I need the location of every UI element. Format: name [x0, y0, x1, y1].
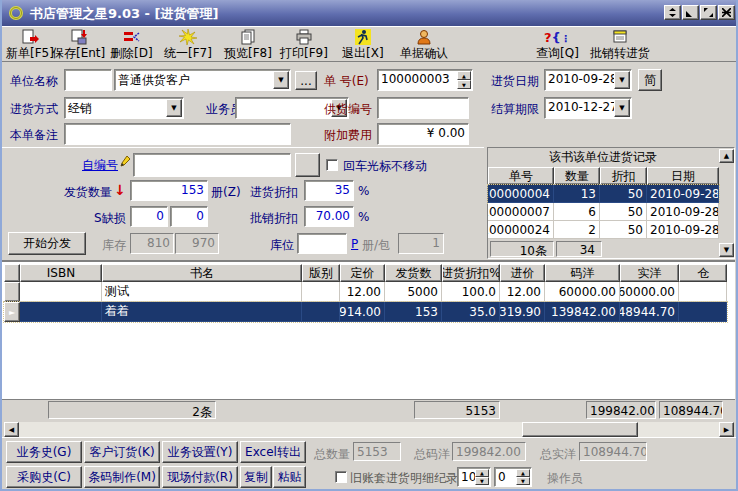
toolbar-delete-button[interactable]: 删除[D]: [110, 28, 153, 62]
records-row[interactable]: 100000007 6 50 2010-09-28: [488, 203, 719, 221]
grid-row[interactable]: 测试 12.00 5000 100.0 12.00 60000.00 60000…: [4, 282, 727, 302]
customer-order-button[interactable]: 客户订货(K): [84, 441, 160, 463]
horizontal-scrollbar[interactable]: ◀ ▶: [4, 422, 734, 437]
toolbar-label: 查询[Q]: [536, 45, 579, 62]
query-icon: ?{⋮: [544, 28, 571, 45]
grid-col-header[interactable]: 书名: [102, 264, 302, 282]
defect-input-1[interactable]: 0: [130, 206, 168, 227]
toolbar-print-button[interactable]: 打印[F9]: [280, 28, 328, 62]
old-account-spinner-2[interactable]: 0 ▲▼: [494, 467, 532, 487]
chevron-down-icon[interactable]: ▼: [614, 71, 630, 89]
operator-label: 操作员: [547, 470, 583, 487]
records-cell-discount: 50: [600, 221, 647, 239]
chevron-down-icon[interactable]: ▼: [614, 99, 630, 117]
grid-col-header[interactable]: 版别: [302, 264, 340, 282]
exit-running-man-icon: [355, 28, 371, 45]
toolbar-exit-button[interactable]: 退出[X]: [342, 28, 384, 62]
records-col-header[interactable]: 折扣: [600, 167, 647, 185]
grid-col-header[interactable]: 发货数: [385, 264, 442, 282]
records-cell-date: 2010-09-28: [647, 221, 719, 239]
records-cell-order: 100000007: [488, 203, 554, 221]
grid-row-selected[interactable]: ► 着着 914.00 153 35.0 319.90 139842.00 48…: [4, 302, 727, 322]
chevron-down-icon[interactable]: ▼: [273, 71, 289, 89]
onsite-payment-button[interactable]: 现场付款(R): [162, 466, 238, 488]
toolbar-transfer-button[interactable]: 批销转进货: [590, 28, 650, 62]
records-col-header[interactable]: 单号: [488, 167, 554, 185]
scroll-down-icon[interactable]: ▼: [719, 243, 734, 257]
supply-no-input[interactable]: [377, 97, 469, 119]
records-col-header[interactable]: 数量: [554, 167, 600, 185]
restore-window-button[interactable]: [700, 5, 717, 20]
self-code-input[interactable]: [133, 153, 291, 177]
business-settings-button[interactable]: 业务设置(Y): [162, 441, 238, 463]
grid-col-header[interactable]: 码洋: [545, 264, 620, 282]
close-window-button[interactable]: [718, 5, 735, 20]
toolbar-new-button[interactable]: 新单[F5]: [6, 28, 54, 62]
starburst-icon: [179, 28, 197, 45]
unit-name-combo-value: 普通供货客户: [118, 73, 190, 87]
scroll-left-icon[interactable]: ◀: [4, 422, 19, 437]
scrollbar-thumb[interactable]: [522, 422, 638, 437]
old-account-checkbox[interactable]: [335, 471, 347, 483]
old-account-spinner-1[interactable]: 10 ▲▼: [457, 467, 491, 487]
grid-col-header[interactable]: 实洋: [620, 264, 679, 282]
enter-no-move-checkbox[interactable]: [326, 159, 338, 171]
settle-deadline-combo[interactable]: 2010-12-27 ▼: [544, 97, 632, 119]
row-selector-cell: [4, 282, 20, 302]
toolbar-unify-button[interactable]: 统一[F7]: [164, 28, 212, 62]
extra-fee-input[interactable]: ¥ 0.00: [377, 123, 469, 145]
excel-export-button[interactable]: Excel转出: [240, 441, 306, 463]
rollup-window-button[interactable]: [664, 5, 681, 20]
self-code-link[interactable]: 自编号: [82, 157, 118, 174]
toolbar-save-button[interactable]: 保存[Ent]: [52, 28, 105, 62]
brief-button[interactable]: 简: [638, 69, 662, 91]
records-col-header[interactable]: 日期: [647, 167, 719, 185]
purchase-history-button[interactable]: 采购史(C): [6, 466, 82, 488]
browse-button[interactable]: ...: [295, 71, 317, 90]
paste-button[interactable]: 粘贴: [273, 466, 306, 488]
unit-name-combo[interactable]: 普通供货客户 ▼: [114, 69, 291, 91]
defect-input-2[interactable]: 0: [170, 206, 208, 227]
grid-col-header[interactable]: 进货折扣%: [442, 264, 500, 282]
barcode-make-button[interactable]: 条码制作(M): [84, 466, 160, 488]
grid-col-header[interactable]: ISBN: [20, 264, 102, 282]
grid-cell-name: 着着: [102, 302, 302, 322]
minimize-window-button[interactable]: [682, 5, 699, 20]
ship-qty-input[interactable]: 153: [130, 180, 208, 201]
defect-label: S缺损: [94, 210, 126, 227]
order-no-spinner[interactable]: 100000003 ▲▼: [377, 69, 473, 91]
records-row[interactable]: 100000024 2 50 2010-09-28: [488, 221, 719, 239]
purchase-date-combo[interactable]: 2010-09-28 ▼: [544, 69, 632, 91]
location-input[interactable]: [297, 233, 347, 254]
total-real-value: 108944.70: [579, 442, 647, 461]
purchase-date-value: 2010-09-28: [548, 72, 618, 86]
records-row-selected[interactable]: 100000004 13 50 2010-09-28: [488, 185, 719, 203]
red-down-arrow-icon: ↓: [114, 182, 126, 198]
spinner-1-value: 10: [461, 470, 476, 484]
toolbar-query-button[interactable]: ?{⋮ 查询[Q]: [536, 28, 579, 62]
business-history-button[interactable]: 业务史(G): [6, 441, 82, 463]
unit-code-input[interactable]: [64, 69, 112, 91]
grid-col-header[interactable]: 进价: [500, 264, 545, 282]
purchase-method-combo[interactable]: 经销 ▼: [64, 97, 184, 119]
copy-button[interactable]: 复制: [240, 466, 272, 488]
pack-value: 1: [398, 233, 444, 254]
scroll-right-icon[interactable]: ▶: [719, 422, 734, 437]
grid-col-header[interactable]: 定价: [340, 264, 385, 282]
remark-input[interactable]: [64, 123, 291, 145]
scroll-up-icon[interactable]: ▲: [719, 149, 734, 163]
wholesale-discount-input[interactable]: 70.00: [304, 206, 354, 227]
toolbar-preview-button[interactable]: 预览[F8]: [224, 28, 272, 62]
toolbar-confirm-button[interactable]: 单据确认: [400, 28, 448, 62]
chevron-down-icon[interactable]: ▼: [166, 99, 182, 117]
self-code-browse-button[interactable]: [295, 153, 320, 177]
spinner-arrows-icon[interactable]: ▲▼: [516, 469, 530, 485]
grid-cell-edition: [302, 302, 340, 322]
spinner-arrows-icon[interactable]: ▲▼: [475, 469, 489, 485]
records-cell-order: 100000024: [488, 221, 554, 239]
spinner-arrows-icon[interactable]: ▲▼: [457, 71, 471, 89]
grid-col-header[interactable]: 仓: [679, 264, 727, 282]
purchase-discount-input[interactable]: 35: [304, 180, 354, 201]
location-p-link[interactable]: P: [351, 237, 358, 251]
start-distribute-button[interactable]: 开始分发: [8, 232, 86, 255]
